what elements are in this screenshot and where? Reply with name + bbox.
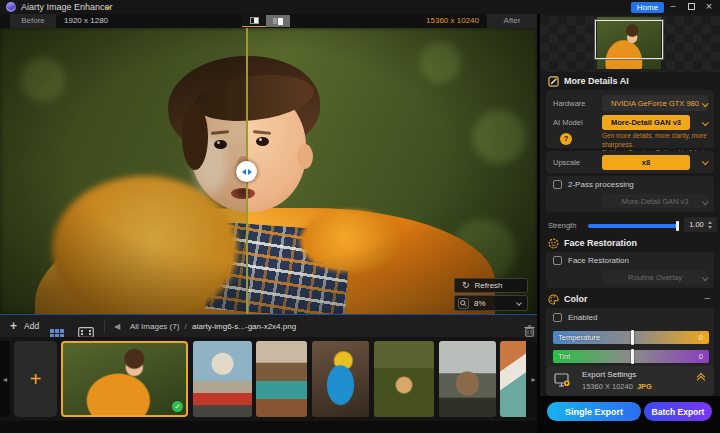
preview-canvas: ↻ Refresh 8% <box>0 28 537 314</box>
upscale-label: Upscale <box>553 158 580 167</box>
side-by-side-icon <box>273 18 277 24</box>
navigator-minimap <box>540 16 720 72</box>
color-enabled-checkbox[interactable] <box>553 313 562 322</box>
upscale-pill[interactable]: x8 <box>602 155 690 170</box>
tint-slider[interactable]: Tint 0 <box>553 350 709 363</box>
strength-slider-handle[interactable] <box>676 221 679 231</box>
refresh-icon: ↻ <box>462 279 470 292</box>
strength-label: Strength <box>548 221 576 230</box>
breadcrumb-all-images[interactable]: All Images (7) <box>130 322 179 331</box>
app-logo-icon <box>6 2 16 12</box>
more-details-ai-header: More Details AI <box>548 74 629 88</box>
thumbnail-city-bridge[interactable] <box>256 341 307 417</box>
two-pass-checkbox-row: 2-Pass processing <box>553 180 634 189</box>
upscale-chevron-down-icon[interactable] <box>702 158 708 164</box>
stepper-up-icon <box>708 221 712 224</box>
split-view-button[interactable] <box>242 15 266 27</box>
palette-icon <box>548 294 559 305</box>
ai-model-chevron-down-icon[interactable] <box>702 119 708 125</box>
strength-value-box[interactable]: 1.00 <box>684 217 717 232</box>
color-card: Enabled Temperature 0 Tint 0 <box>546 308 714 368</box>
single-export-button[interactable]: Single Export <box>547 402 641 421</box>
back-arrow-icon[interactable]: ◀ <box>114 315 120 338</box>
breadcrumb-separator: / <box>185 322 187 331</box>
strength-stepper[interactable] <box>708 221 712 229</box>
thumbnail-macaw[interactable] <box>312 341 369 417</box>
face-restoration-card: Face Restoration Routine Overlay <box>546 252 714 288</box>
color-collapse-button[interactable]: – <box>704 292 710 303</box>
add-label[interactable]: Add <box>24 315 39 338</box>
thumbnail-calf[interactable] <box>374 341 434 417</box>
plus-icon: + <box>10 319 17 333</box>
hardware-label: Hardware <box>553 99 586 108</box>
export-buttons-zone: Single Export Batch Export <box>540 396 720 433</box>
batch-export-button[interactable]: Batch Export <box>644 402 712 421</box>
refresh-button[interactable]: ↻ Refresh <box>454 278 528 293</box>
close-button[interactable]: × <box>702 0 716 14</box>
trash-icon <box>524 325 535 337</box>
after-resolution: 15360 x 10240 <box>426 14 479 28</box>
current-filename: aiarty-img6-s...-gan-x2x4.png <box>192 322 296 331</box>
before-side-overlay <box>0 28 246 314</box>
drag-right-icon <box>248 169 252 175</box>
before-label: Before <box>10 14 56 28</box>
two-pass-card: 2-Pass processing More-Detail GAN v3 <box>546 176 714 212</box>
library-toolbar: + Add ◀ All Images (7) / aiarty-img6-s..… <box>0 314 540 337</box>
magnifier-icon <box>458 298 469 309</box>
add-images-button[interactable]: + <box>10 315 17 338</box>
ai-model-pill[interactable]: More-Detail GAN v3 <box>602 115 690 130</box>
export-format: JPG <box>637 382 652 391</box>
thumbnail-boy-selected[interactable]: ✓ <box>61 341 188 417</box>
ai-model-label: AI Model <box>553 118 583 127</box>
export-settings-card[interactable]: Export Settings 15360 X 10240JPG <box>546 366 714 396</box>
two-pass-model-dropdown: More-Detail GAN v3 <box>602 194 708 208</box>
bottom-filler <box>0 421 540 433</box>
compare-divider-handle[interactable] <box>236 161 257 182</box>
zoom-chevron-down-icon <box>516 300 522 306</box>
enhance-icon <box>548 76 559 87</box>
zoom-select[interactable]: 8% <box>454 295 528 311</box>
color-enabled-label: Enabled <box>568 313 597 322</box>
breadcrumb: All Images (7) / aiarty-img6-s...-gan-x2… <box>130 315 296 338</box>
toolbar-divider <box>104 320 105 333</box>
minimize-button[interactable]: – <box>666 0 680 14</box>
help-icon[interactable]: ? <box>560 133 572 145</box>
side-by-side-view-button[interactable] <box>266 15 290 27</box>
model-card: Hardware NVIDIA GeForce GTX 980 AI Model… <box>546 90 714 148</box>
app-window: Aiarty Image Enhancer Home – × Before 19… <box>0 0 720 433</box>
upscale-card: Upscale x8 <box>546 151 714 173</box>
tint-slider-handle[interactable] <box>631 349 634 364</box>
color-header: Color <box>548 292 588 306</box>
face-icon <box>548 238 559 249</box>
stepper-down-icon <box>708 226 712 229</box>
face-restoration-header: Face Restoration <box>548 236 637 250</box>
maximize-button[interactable] <box>684 0 698 14</box>
drag-left-icon <box>242 169 246 175</box>
navigator-viewport[interactable] <box>595 20 663 59</box>
before-resolution: 1920 x 1280 <box>64 14 108 28</box>
title-bar: Aiarty Image Enhancer Home – × <box>0 0 720 14</box>
temperature-slider-handle[interactable] <box>631 330 634 345</box>
scroll-left-button[interactable]: ◂ <box>0 341 10 417</box>
thumbnail-coastal-town[interactable] <box>500 341 526 417</box>
zoom-level: 8% <box>474 299 486 308</box>
selected-check-badge: ✓ <box>172 401 183 412</box>
hardware-dropdown[interactable]: NVIDIA GeForce GTX 980 <box>602 95 708 111</box>
temperature-slider[interactable]: Temperature 0 <box>553 331 709 344</box>
after-label: After <box>487 14 537 28</box>
compare-info-bar: Before 1920 x 1280 15360 x 10240 After <box>0 14 537 28</box>
color-enabled-row: Enabled <box>553 313 597 322</box>
two-pass-checkbox[interactable] <box>553 180 562 189</box>
thumbnail-deer[interactable] <box>439 341 496 417</box>
export-expand-button[interactable] <box>698 374 704 380</box>
face-mode-dropdown: Routine Overlay <box>602 270 708 284</box>
face-restoration-checkbox[interactable] <box>553 256 562 265</box>
refresh-label: Refresh <box>475 281 503 290</box>
settings-panel: More Details AI Hardware NVIDIA GeForce … <box>540 14 720 433</box>
home-button[interactable]: Home <box>631 2 664 13</box>
strength-slider[interactable] <box>588 224 678 228</box>
add-image-tile[interactable]: + <box>14 341 57 417</box>
two-pass-label: 2-Pass processing <box>568 180 634 189</box>
export-output-size: 15360 X 10240JPG <box>582 382 652 391</box>
thumbnail-havana-car[interactable] <box>193 341 252 417</box>
